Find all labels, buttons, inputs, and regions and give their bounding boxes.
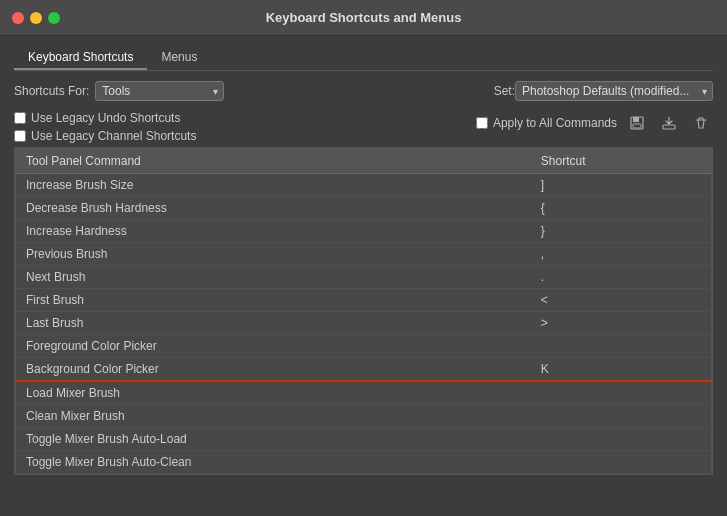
table-row[interactable]: Toggle Mixer Brush Auto-Load — [16, 428, 712, 451]
legacy-undo-label: Use Legacy Undo Shortcuts — [31, 111, 180, 125]
table-cell-shortcut: K — [531, 358, 712, 382]
delete-icon-button[interactable] — [689, 113, 713, 133]
table-cell-shortcut — [531, 451, 712, 474]
right-controls: Set: Photoshop Defaults (modified... App… — [476, 81, 713, 139]
legacy-channel-checkbox-label[interactable]: Use Legacy Channel Shortcuts — [14, 129, 224, 143]
table-row[interactable]: Background Color PickerK — [16, 358, 712, 382]
table-cell-shortcut: ] — [531, 174, 712, 197]
table-row[interactable]: Next Brush. — [16, 266, 712, 289]
table-row[interactable]: Toggle Mixer Brush Auto-Clean — [16, 451, 712, 474]
save-icon-button[interactable] — [625, 113, 649, 133]
shortcuts-for-label: Shortcuts For: — [14, 84, 89, 98]
shortcuts-for-select-wrapper: Tools Application Menus Panel Menus Task… — [95, 81, 224, 101]
table-row[interactable]: Increase Brush Size] — [16, 174, 712, 197]
apply-row: Apply to All Commands — [476, 113, 713, 133]
apply-all-label[interactable]: Apply to All Commands — [476, 116, 617, 130]
table-header: Tool Panel Command Shortcut — [16, 149, 712, 174]
table-cell-command: Background Color Picker — [16, 358, 531, 382]
svg-rect-1 — [633, 117, 639, 122]
legacy-undo-checkbox[interactable] — [14, 112, 26, 124]
shortcuts-table: Tool Panel Command Shortcut Increase Bru… — [15, 148, 712, 474]
table-cell-command: First Brush — [16, 289, 531, 312]
shortcuts-table-wrapper[interactable]: Tool Panel Command Shortcut Increase Bru… — [14, 147, 713, 475]
tab-keyboard-shortcuts[interactable]: Keyboard Shortcuts — [14, 46, 147, 70]
shortcuts-for-select[interactable]: Tools Application Menus Panel Menus Task… — [95, 81, 224, 101]
apply-all-text: Apply to All Commands — [493, 116, 617, 130]
apply-all-checkbox[interactable] — [476, 117, 488, 129]
tabs-row: Keyboard Shortcuts Menus — [14, 46, 713, 71]
table-cell-shortcut: , — [531, 243, 712, 266]
svg-rect-2 — [633, 124, 641, 128]
table-body: Increase Brush Size]Decrease Brush Hardn… — [16, 174, 712, 474]
table-cell-command: Previous Brush — [16, 243, 531, 266]
minimize-button[interactable] — [30, 12, 42, 24]
table-cell-command: Clean Mixer Brush — [16, 405, 531, 428]
left-controls: Shortcuts For: Tools Application Menus P… — [14, 81, 224, 143]
set-select[interactable]: Photoshop Defaults (modified... — [515, 81, 713, 101]
table-cell-command: Last Brush — [16, 312, 531, 335]
table-cell-shortcut — [531, 428, 712, 451]
table-cell-command: Toggle Mixer Brush Auto-Clean — [16, 451, 531, 474]
table-cell-shortcut: < — [531, 289, 712, 312]
table-cell-command: Decrease Brush Hardness — [16, 197, 531, 220]
table-row[interactable]: Decrease Brush Hardness{ — [16, 197, 712, 220]
table-cell-command: Increase Brush Size — [16, 174, 531, 197]
table-cell-command: Load Mixer Brush — [16, 381, 531, 405]
set-row: Set: Photoshop Defaults (modified... — [494, 81, 713, 101]
controls-area: Shortcuts For: Tools Application Menus P… — [14, 81, 713, 143]
legacy-channel-label: Use Legacy Channel Shortcuts — [31, 129, 196, 143]
table-row[interactable]: Previous Brush, — [16, 243, 712, 266]
table-row[interactable]: Load Mixer Brush — [16, 381, 712, 405]
table-cell-shortcut: . — [531, 266, 712, 289]
trash-icon — [693, 115, 709, 131]
export-icon-button[interactable] — [657, 113, 681, 133]
table-row[interactable]: Last Brush> — [16, 312, 712, 335]
set-label: Set: — [494, 84, 515, 98]
col-command: Tool Panel Command — [16, 149, 531, 174]
table-cell-shortcut: { — [531, 197, 712, 220]
svg-rect-3 — [663, 125, 675, 129]
table-row[interactable]: Increase Hardness} — [16, 220, 712, 243]
table-cell-shortcut: } — [531, 220, 712, 243]
main-content: Keyboard Shortcuts Menus Shortcuts For: … — [0, 36, 727, 485]
save-icon — [629, 115, 645, 131]
table-cell-command: Toggle Mixer Brush Auto-Load — [16, 428, 531, 451]
legacy-undo-checkbox-label[interactable]: Use Legacy Undo Shortcuts — [14, 111, 224, 125]
title-bar: Keyboard Shortcuts and Menus — [0, 0, 727, 36]
table-cell-command: Increase Hardness — [16, 220, 531, 243]
table-row[interactable]: First Brush< — [16, 289, 712, 312]
table-row[interactable]: Foreground Color Picker — [16, 335, 712, 358]
table-cell-command: Foreground Color Picker — [16, 335, 531, 358]
tab-menus[interactable]: Menus — [147, 46, 211, 70]
col-shortcut: Shortcut — [531, 149, 712, 174]
window-controls — [12, 12, 60, 24]
close-button[interactable] — [12, 12, 24, 24]
window-title: Keyboard Shortcuts and Menus — [266, 10, 462, 25]
table-row[interactable]: Clean Mixer Brush — [16, 405, 712, 428]
table-cell-shortcut — [531, 381, 712, 405]
table-cell-shortcut — [531, 405, 712, 428]
table-cell-shortcut — [531, 335, 712, 358]
maximize-button[interactable] — [48, 12, 60, 24]
shortcuts-for-row: Shortcuts For: Tools Application Menus P… — [14, 81, 224, 101]
export-icon — [661, 115, 677, 131]
table-cell-command: Next Brush — [16, 266, 531, 289]
table-cell-shortcut: > — [531, 312, 712, 335]
set-select-wrapper: Photoshop Defaults (modified... — [515, 81, 713, 101]
legacy-channel-checkbox[interactable] — [14, 130, 26, 142]
